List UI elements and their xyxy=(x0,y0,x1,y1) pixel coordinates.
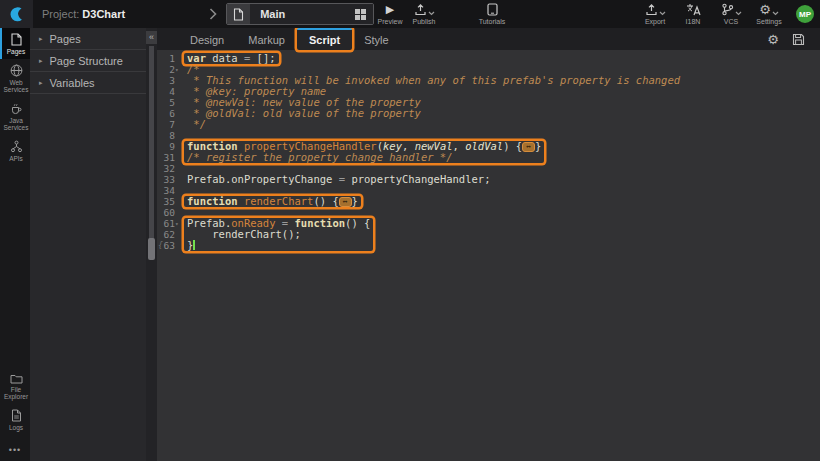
tab-style[interactable]: Style xyxy=(352,28,400,50)
project-label: Project: xyxy=(42,8,79,20)
gutter-row: 1 xyxy=(157,53,181,64)
line-number: 61 xyxy=(164,218,175,229)
code-content[interactable]: var data = [];/* * This function will be… xyxy=(181,50,680,461)
main-content: Design Markup Script Style ⚙ 12▾34567893… xyxy=(157,28,820,461)
line-number: 3 xyxy=(169,75,175,86)
script-settings-gear-icon[interactable]: ⚙ xyxy=(767,33,779,46)
grid-view-icon[interactable] xyxy=(348,4,373,24)
gutter-row: {63 xyxy=(157,240,181,251)
panel-section-page-structure[interactable]: ▸ Page Structure xyxy=(30,50,146,72)
export-icon xyxy=(645,3,658,16)
gutter-row: 7 xyxy=(157,119,181,130)
folder-icon xyxy=(10,373,23,384)
section-label: Pages xyxy=(50,33,81,45)
tab-design[interactable]: Design xyxy=(178,28,236,50)
folded-code-widget[interactable]: ↔ xyxy=(522,142,535,152)
preview-button[interactable]: ▶ Preview xyxy=(376,3,404,25)
panel-section-pages[interactable]: ▸ Pages xyxy=(30,28,146,50)
vcs-button[interactable]: VCS xyxy=(717,3,745,25)
code-line[interactable]: * @oldVal: old value of the property xyxy=(187,108,680,119)
code-line[interactable]: var data = []; xyxy=(187,53,276,64)
project-name: D3Chart xyxy=(82,8,125,20)
tutorials-button[interactable]: Tutorials xyxy=(478,3,506,25)
more-options-icon[interactable]: ••• xyxy=(0,445,30,455)
code-line[interactable]: */ xyxy=(187,119,680,130)
rail-item-file-explorer[interactable]: File Explorer xyxy=(0,368,30,404)
caret-down-icon xyxy=(428,11,435,16)
gutter-row: 4 xyxy=(157,86,181,97)
topbar-center-actions: ▶ Preview Publish Tutorials xyxy=(376,0,506,28)
rail-item-java-services[interactable]: Java Services xyxy=(0,97,30,135)
line-number: 35 xyxy=(164,196,175,207)
code-editor[interactable]: 12▾345678931323334356061▾62{63 var data … xyxy=(157,50,820,461)
tutorial-highlight-box: function propertyChangeHandler(key, newV… xyxy=(184,141,544,163)
gutter-row: 35 xyxy=(157,196,181,207)
fold-open-icon[interactable]: ▾ xyxy=(175,64,181,75)
rail-item-web-services[interactable]: Web Services xyxy=(0,59,30,97)
caret-down-icon xyxy=(772,11,779,16)
rail-item-logs[interactable]: Logs xyxy=(0,404,30,435)
settings-button[interactable]: ⚙ Settings xyxy=(755,3,783,25)
vcs-label: VCS xyxy=(724,18,738,25)
gutter-row: 61▾ xyxy=(157,218,181,229)
chevron-right-icon[interactable] xyxy=(209,8,217,20)
rail-item-apis[interactable]: APIs xyxy=(0,135,30,166)
user-avatar[interactable]: MP xyxy=(796,5,814,23)
gutter-row: 2▾ xyxy=(157,64,181,75)
export-label: Export xyxy=(645,18,665,25)
export-button[interactable]: Export xyxy=(641,3,669,25)
gutter-row: 3 xyxy=(157,75,181,86)
line-number: 63 xyxy=(164,240,175,251)
gutter-row: 33 xyxy=(157,174,181,185)
rail-label: Web Services xyxy=(2,79,30,93)
scrollbar-thumb[interactable] xyxy=(148,238,155,260)
i18n-label: I18N xyxy=(686,18,701,25)
line-number: 4 xyxy=(169,86,175,97)
rail-label: Logs xyxy=(9,424,23,431)
topbar-right-actions: Export I18N VCS ⚙ Settings MP xyxy=(641,0,814,28)
i18n-button[interactable]: I18N xyxy=(679,3,707,25)
line-number: 32 xyxy=(164,163,175,174)
caret-down-icon xyxy=(659,11,666,16)
panel-section-variables[interactable]: ▸ Variables xyxy=(30,72,146,94)
rail-label: File Explorer xyxy=(2,386,30,400)
page-tab-label: Main xyxy=(250,4,348,24)
settings-label: Settings xyxy=(756,18,781,25)
code-line[interactable]: } xyxy=(187,240,370,251)
line-number-gutter: 12▾345678931323334356061▾62{63 xyxy=(157,50,181,461)
section-arrow-icon: ▸ xyxy=(39,79,43,87)
folded-code-widget[interactable]: ↔ xyxy=(339,197,352,207)
gutter-row: 9 xyxy=(157,141,181,152)
page-tab-main[interactable]: Main xyxy=(226,3,374,25)
tab-markup[interactable]: Markup xyxy=(236,28,297,50)
line-number: 1 xyxy=(169,53,175,64)
code-line[interactable]: function renderChart() {↔} xyxy=(187,196,358,207)
tutorial-highlight-box: Prefab.onReady = function() { renderChar… xyxy=(184,218,373,251)
code-line[interactable]: /* register the property change handler … xyxy=(187,152,541,163)
gutter-marker-icon: { xyxy=(158,240,163,251)
section-label: Variables xyxy=(50,77,95,89)
pages-icon xyxy=(10,33,22,46)
code-line[interactable]: Prefab.onPropertyChange = propertyChange… xyxy=(187,174,680,185)
tab-script[interactable]: Script xyxy=(297,28,352,50)
line-number: 7 xyxy=(169,119,175,130)
line-number: 6 xyxy=(169,108,175,119)
collapse-panel-button[interactable]: « xyxy=(146,31,157,44)
publish-button[interactable]: Publish xyxy=(410,3,438,25)
rail-item-pages[interactable]: Pages xyxy=(0,28,30,59)
vcs-branch-icon xyxy=(721,3,734,16)
wavemaker-logo-icon[interactable] xyxy=(0,0,33,28)
rail-label: APIs xyxy=(9,155,23,162)
globe-icon xyxy=(10,64,23,77)
api-connector-icon xyxy=(10,140,23,153)
save-icon[interactable] xyxy=(792,33,805,46)
section-arrow-icon: ▸ xyxy=(39,35,43,43)
rail-spacer xyxy=(0,166,30,368)
code-line[interactable]: renderChart(); xyxy=(187,229,370,240)
fold-open-icon[interactable]: ▾ xyxy=(175,218,181,229)
scrollbar-track[interactable] xyxy=(149,46,154,258)
panel-splitter[interactable]: « xyxy=(146,28,157,461)
caret-down-icon xyxy=(735,11,742,16)
tabbar-actions: ⚙ xyxy=(767,28,820,50)
rail-label: Java Services xyxy=(2,117,30,131)
